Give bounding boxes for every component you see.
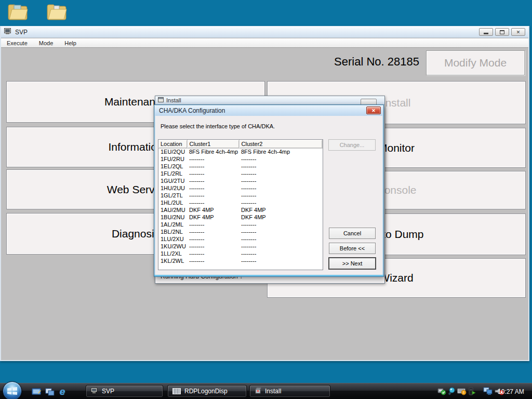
task-label: Install (265, 388, 281, 395)
cha-dka-listview[interactable]: Location Cluster1 Cluster2 1EU/2QU 8FS F… (158, 139, 323, 270)
svp-titlebar[interactable]: SVP ✕ (1, 26, 528, 38)
table-row[interactable]: 1GL/2TL -------- -------- (158, 192, 323, 199)
close-button[interactable]: ✕ (511, 28, 525, 36)
column-header-cluster2[interactable]: Cluster2 (239, 140, 323, 148)
table-row[interactable]: 1KU/2WU -------- -------- (158, 243, 323, 250)
table-row[interactable]: 1FL/2RL -------- -------- (158, 170, 323, 177)
computer-icon (4, 28, 12, 36)
task-label: RDPLogonDisp (184, 388, 228, 395)
cancel-button[interactable]: Cancel (329, 228, 376, 239)
minimize-button[interactable] (479, 28, 493, 36)
menu-mode[interactable]: Mode (33, 38, 59, 47)
folder-icon[interactable] (45, 2, 69, 23)
task-label: SVP (102, 388, 114, 395)
window-title: SVP (15, 29, 28, 36)
change-button[interactable]: Change... (328, 139, 376, 151)
table-header-row: Location Cluster1 Cluster2 (158, 140, 323, 148)
dialog-titlebar[interactable]: CHA/DKA Configuration (155, 105, 383, 116)
caption-buttons: ✕ (479, 28, 525, 36)
documents-folder-icon[interactable] (6, 2, 30, 23)
cha-dka-configuration-dialog: CHA/DKA Configuration ✕ Please select th… (154, 104, 384, 277)
table-row[interactable]: 1FU/2RU -------- -------- (158, 155, 323, 163)
svg-text:!: ! (463, 391, 464, 394)
desktop: SVP ✕ Execute Mode Help Serial No. 28185… (0, 0, 532, 399)
display-card-icon (172, 388, 181, 394)
before-button[interactable]: Before << (329, 243, 376, 254)
table-row[interactable]: 1LU/2XU -------- -------- (158, 235, 323, 243)
serial-number-label: Serial No. 28185 (308, 55, 419, 69)
keyboard-warning-icon[interactable]: ! (457, 387, 467, 395)
modify-mode-button[interactable]: Modify Mode (426, 50, 525, 75)
taskbar-task-install[interactable]: Install (249, 385, 330, 397)
dialog-title: CHA/DKA Configuration (159, 107, 225, 114)
taskbar-task-svp[interactable]: SVP (86, 385, 163, 397)
table-row[interactable]: 1LL/2XL -------- -------- (158, 250, 323, 257)
hardware-safely-remove-icon[interactable] (437, 387, 446, 395)
install-window-title: Install (166, 97, 181, 103)
table-row[interactable]: 1EU/2QU 8FS Fibre 4ch-4mp 8FS Fibre 4ch-… (158, 148, 323, 155)
table-row[interactable]: 1GU/2TU -------- -------- (158, 177, 323, 184)
table-row[interactable]: 1HL/2UL -------- -------- (158, 199, 323, 206)
table-row[interactable]: 1AU/2MU DKF 4MP DKF 4MP (158, 206, 323, 214)
taskbar: e SVP RDPLogonDisp (0, 383, 532, 399)
table-row[interactable]: 1HU/2UU -------- -------- (158, 184, 323, 192)
column-header-location[interactable]: Location (158, 140, 187, 148)
switch-windows-icon[interactable] (45, 387, 55, 397)
dialog-close-icon[interactable]: ✕ (366, 107, 381, 114)
next-button[interactable]: >> Next (328, 257, 376, 270)
table-row[interactable]: 1KL/2WL -------- -------- (158, 257, 323, 264)
menubar: Execute Mode Help (1, 38, 528, 48)
menu-help[interactable]: Help (59, 38, 82, 47)
table-row[interactable]: 1BL/2NL -------- -------- (158, 228, 323, 235)
install-window-icon (158, 97, 164, 103)
menu-execute[interactable]: Execute (1, 38, 33, 47)
show-desktop-icon[interactable] (31, 387, 42, 397)
windows-flag-icon (7, 387, 17, 395)
dialog-message: Please select the interface type of CHA/… (161, 123, 275, 129)
table-row[interactable]: 1EL/2QL -------- -------- (158, 163, 323, 170)
taskbar-task-rdplogondisp[interactable]: RDPLogonDisp (167, 385, 247, 397)
table-row[interactable]: 1BU/2NU DKF 4MP DKF 4MP (158, 214, 323, 221)
install-window-titlebar[interactable]: Install (155, 96, 384, 105)
system-tray: ! (437, 387, 504, 395)
start-button[interactable] (3, 381, 22, 399)
internet-explorer-icon[interactable]: e (57, 387, 68, 397)
table-row[interactable]: 1AL/2ML -------- -------- (158, 221, 323, 228)
network-icon[interactable] (483, 387, 493, 395)
table-body: 1EU/2QU 8FS Fibre 4ch-4mp 8FS Fibre 4ch-… (158, 148, 323, 264)
package-icon (255, 387, 261, 395)
battery-status-icon[interactable] (468, 387, 476, 395)
taskbar-clock[interactable]: 10:27 AM (498, 388, 531, 395)
computer-icon (91, 388, 98, 395)
column-header-cluster1[interactable]: Cluster1 (187, 140, 239, 148)
maximize-button[interactable] (495, 28, 509, 36)
language-icon[interactable] (448, 387, 456, 395)
